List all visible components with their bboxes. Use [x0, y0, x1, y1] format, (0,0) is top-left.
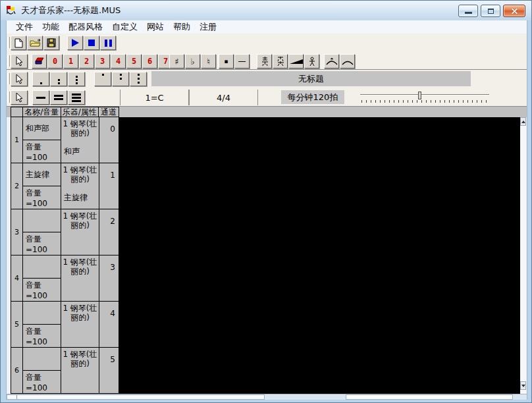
track-channel-cell[interactable]: 4	[99, 302, 119, 325]
track-number[interactable]: 6	[11, 348, 23, 394]
track-channel-lower-cell[interactable]	[99, 279, 119, 302]
track-volume-cell[interactable]: 音量=100	[23, 325, 61, 348]
track-number[interactable]: 5	[11, 302, 23, 348]
select-pointer-button[interactable]	[11, 72, 28, 86]
close-button[interactable]	[503, 5, 525, 17]
menu-functions[interactable]: 功能	[38, 20, 64, 34]
track-attribute-cell[interactable]: 和声	[61, 140, 99, 163]
duration-6-button[interactable]: 6	[142, 54, 157, 68]
track-attribute-cell[interactable]: 主旋律	[61, 186, 99, 209]
track-name-cell[interactable]	[23, 302, 61, 325]
menu-help[interactable]: 帮助	[169, 20, 195, 34]
open-file-button[interactable]	[27, 36, 43, 50]
flat-button[interactable]: ♭	[185, 54, 200, 68]
tempo-display[interactable]: 每分钟120拍	[281, 90, 344, 104]
stop-button[interactable]	[84, 36, 99, 50]
two-dots-high-button[interactable]	[112, 72, 129, 86]
track-volume-cell[interactable]: 音量=100	[23, 279, 61, 302]
track-volume-cell[interactable]: 音量=100	[23, 186, 61, 209]
track-number[interactable]: 3	[11, 209, 23, 255]
track-instrument-cell[interactable]: 1 钢琴(壮丽的)	[61, 348, 99, 371]
track-number[interactable]: 4	[11, 255, 23, 302]
track-attribute-cell[interactable]	[61, 371, 99, 394]
key-signature-display[interactable]: 1=C	[120, 90, 189, 105]
three-lines-button[interactable]	[68, 90, 85, 105]
track-number[interactable]: 2	[11, 163, 23, 209]
track-volume-cell[interactable]: 音量=100	[23, 140, 61, 163]
track-name-cell[interactable]: 和声部	[23, 117, 61, 140]
track-volume-cell[interactable]: 音量=100	[23, 232, 61, 255]
duration-4-button[interactable]: 4	[111, 54, 126, 68]
track-number[interactable]: 1	[11, 117, 23, 163]
menu-file[interactable]: 文件	[11, 20, 38, 34]
duration-1-button[interactable]: 1	[63, 54, 78, 68]
two-lines-button[interactable]	[50, 90, 67, 105]
track-volume-cell[interactable]: 音量=100	[23, 371, 61, 394]
maximize-button[interactable]	[481, 5, 500, 17]
track-channel-lower-cell[interactable]	[99, 232, 119, 255]
staccato-button[interactable]: ▪	[219, 54, 234, 68]
track-instrument-cell[interactable]: 1 钢琴(壮丽的)	[61, 302, 99, 325]
save-file-button[interactable]	[43, 36, 59, 50]
track-channel-cell[interactable]: 3	[99, 255, 119, 279]
toolbar-gripper[interactable]	[7, 92, 10, 103]
track-name-cell[interactable]	[23, 348, 61, 371]
eraser-button[interactable]	[32, 54, 47, 68]
scroll-up-button[interactable]	[520, 117, 526, 126]
duration-0-button[interactable]: 0	[47, 54, 63, 68]
slur-button[interactable]	[340, 54, 355, 68]
three-dots-high-button[interactable]	[130, 72, 147, 86]
vertical-scrollbar[interactable]	[520, 117, 526, 394]
track-name-cell[interactable]	[23, 255, 61, 279]
track-name-cell[interactable]	[23, 209, 61, 232]
tie-button[interactable]	[324, 54, 339, 68]
two-dots-low-button[interactable]	[50, 72, 67, 86]
grace-note-button[interactable]	[273, 54, 288, 68]
three-dots-low-button[interactable]	[68, 72, 85, 86]
toolbar-gripper[interactable]	[7, 37, 10, 48]
duration-2-button[interactable]: 2	[79, 54, 94, 68]
one-dot-low-button[interactable]	[32, 72, 49, 86]
duration-3-button[interactable]: 3	[95, 54, 110, 68]
pause-button[interactable]	[100, 36, 116, 50]
menu-register[interactable]: 注册	[195, 20, 221, 34]
minimize-button[interactable]	[458, 5, 478, 17]
track-instrument-cell[interactable]: 1 钢琴(壮丽的)	[61, 117, 99, 140]
time-signature-display[interactable]: 4/4	[189, 90, 258, 105]
track-channel-lower-cell[interactable]	[99, 186, 119, 209]
track-instrument-cell[interactable]: 1 钢琴(壮丽的)	[61, 163, 99, 186]
track-channel-lower-cell[interactable]	[99, 140, 119, 163]
one-dot-high-button[interactable]	[94, 72, 111, 86]
select-pointer-button[interactable]	[11, 54, 28, 68]
track-instrument-cell[interactable]: 1 钢琴(壮丽的)	[61, 255, 99, 279]
track-name-cell[interactable]: 主旋律	[23, 163, 61, 186]
new-file-button[interactable]	[11, 36, 26, 50]
track-channel-cell[interactable]: 1	[99, 163, 119, 186]
track-channel-lower-cell[interactable]	[99, 325, 119, 348]
track-channel-cell[interactable]: 0	[99, 117, 119, 140]
track-attribute-cell[interactable]	[61, 325, 99, 348]
mordent-button[interactable]	[304, 54, 319, 68]
tempo-slider-thumb[interactable]	[418, 92, 421, 99]
score-hscroll-thumb[interactable]	[346, 394, 513, 400]
tenuto-button[interactable]: —	[234, 54, 250, 68]
sharp-button[interactable]: ♯	[169, 54, 184, 68]
track-channel-lower-cell[interactable]	[99, 371, 119, 394]
score-area[interactable]	[119, 117, 520, 394]
tremolo-button[interactable]	[257, 54, 272, 68]
track-attribute-cell[interactable]	[61, 232, 99, 255]
track-instrument-cell[interactable]: 1 钢琴(壮丽的)	[61, 209, 99, 232]
horizontal-scrollbar[interactable]	[7, 394, 527, 400]
duration-5-button[interactable]: 5	[126, 54, 142, 68]
table-hscroll-thumb[interactable]	[7, 394, 265, 400]
toolbar-gripper[interactable]	[7, 73, 10, 84]
track-channel-cell[interactable]: 2	[99, 209, 119, 232]
scroll-down-button[interactable]	[520, 381, 526, 390]
menu-customize[interactable]: 自定义	[107, 20, 142, 34]
crescendo-button[interactable]	[288, 54, 304, 68]
track-attribute-cell[interactable]	[61, 279, 99, 302]
natural-button[interactable]: ♮	[201, 54, 216, 68]
track-channel-cell[interactable]: 5	[99, 348, 119, 371]
title-bar[interactable]: 天才音乐家---无标题.MUS	[1, 1, 531, 20]
play-button[interactable]	[67, 36, 83, 50]
